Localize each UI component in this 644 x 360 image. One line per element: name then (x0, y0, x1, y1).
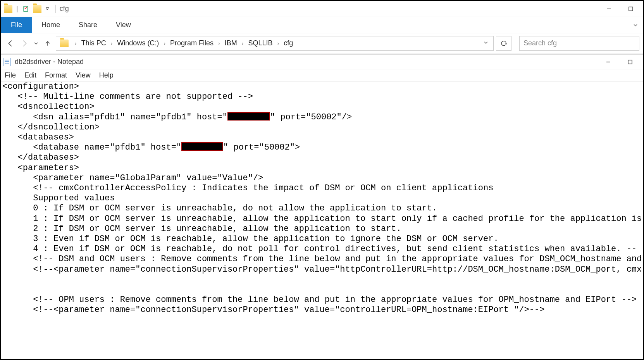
chevron-right-icon[interactable]: › (73, 40, 78, 47)
text-line: Supported values (2, 193, 115, 203)
svg-rect-2 (629, 7, 633, 11)
notepad-maximize-button[interactable] (619, 54, 641, 70)
text-line: <!--<parameter name="connectionSuperviso… (2, 305, 544, 315)
ribbon-tab-home[interactable]: Home (32, 17, 69, 33)
folder-icon (4, 5, 12, 13)
chevron-right-icon[interactable]: › (276, 40, 281, 47)
qat-dropdown-icon[interactable] (45, 7, 49, 11)
notepad-titlebar: db2dsdriver - Notepad (1, 55, 643, 69)
forward-button[interactable] (19, 38, 30, 49)
breadcrumb-drive[interactable]: Windows (C:) (115, 39, 160, 47)
text-line: <!-- cmxControllerAccessPolicy : Indicat… (2, 183, 493, 193)
notepad-window: db2dsdriver - Notepad File Edit Format V… (1, 54, 643, 315)
address-dropdown-icon[interactable] (481, 40, 491, 47)
search-input[interactable] (523, 39, 635, 47)
back-button[interactable] (5, 38, 16, 49)
text-line: </dsncollection> (2, 122, 100, 132)
address-folder-icon (60, 40, 69, 47)
ribbon-tabs: File Home Share View (1, 17, 643, 33)
chevron-right-icon[interactable]: › (162, 40, 167, 47)
text-line: <configuration> (2, 82, 79, 91)
search-box[interactable] (519, 36, 639, 51)
notepad-menu-format[interactable]: Format (45, 71, 67, 79)
notepad-menu-help[interactable]: Help (99, 71, 114, 79)
text-line: <!-- Multi-line comments are not support… (2, 92, 253, 102)
breadcrumb-sqllib[interactable]: SQLLIB (246, 39, 274, 47)
ribbon-tab-file[interactable]: File (1, 17, 32, 33)
text-line: <!-- DSM and OCM users : Remove comments… (2, 254, 642, 264)
chevron-right-icon[interactable]: › (109, 40, 114, 47)
text-line: 2 : If DSM or OCM server is unreachable,… (2, 224, 401, 234)
text-line: <!-- OPM users : Remove comments from th… (2, 295, 637, 305)
text-line: <database name="pfdb1" host=" (2, 143, 181, 152)
text-line: " port="50002"/> (270, 112, 352, 122)
text-line: " port="50002"> (223, 143, 300, 152)
recent-locations-dropdown[interactable] (33, 38, 40, 49)
breadcrumb-ibm[interactable]: IBM (223, 39, 239, 47)
notepad-icon (3, 58, 11, 66)
text-line: 4 : Even if DSM or OCM is reachable, do … (2, 244, 637, 254)
window-title: cfg (60, 5, 69, 13)
text-line: <parameter name="GlobalParam" value="Val… (2, 173, 263, 183)
text-line: <databases> (2, 133, 74, 142)
text-line: 1 : If DSM or OCM server is unreachable,… (2, 214, 642, 224)
qat-separator: | (16, 5, 18, 13)
properties-icon[interactable] (22, 5, 30, 13)
text-line: </databases> (2, 153, 79, 162)
notepad-title: db2dsdriver - Notepad (15, 58, 84, 66)
chevron-right-icon[interactable]: › (217, 40, 222, 47)
refresh-button[interactable] (496, 36, 511, 51)
title-separator (55, 5, 56, 13)
svg-rect-4 (628, 60, 632, 64)
notepad-menu-file[interactable]: File (5, 71, 16, 79)
text-line: <parameters> (2, 163, 79, 173)
ribbon-tab-view[interactable]: View (107, 17, 140, 33)
address-bar[interactable]: › This PC › Windows (C:) › Program Files… (56, 36, 494, 51)
text-line: 0 : If DSM or OCM server is unreachable,… (2, 203, 437, 213)
ribbon-expand-icon[interactable] (628, 17, 643, 33)
ribbon-tab-share[interactable]: Share (69, 17, 107, 33)
up-button[interactable] (42, 38, 53, 49)
notepad-menu-view[interactable]: View (76, 71, 91, 79)
text-line: <dsn alias="pfdb1" name="pfdb1" host=" (2, 112, 227, 122)
redacted-host (227, 112, 270, 121)
breadcrumb-program-files[interactable]: Program Files (169, 39, 215, 47)
redacted-host (181, 142, 223, 151)
breadcrumb-this-pc[interactable]: This PC (80, 39, 108, 47)
notepad-minimize-button[interactable] (598, 54, 619, 70)
text-line: <!--<parameter name="connectionSuperviso… (2, 265, 642, 274)
minimize-button[interactable] (598, 1, 620, 17)
navigation-bar: › This PC › Windows (C:) › Program Files… (1, 33, 643, 53)
text-line: 3 : Even if DSM or OCM is reachable, all… (2, 234, 499, 244)
maximize-button[interactable] (620, 1, 642, 17)
notepad-text-area[interactable]: <configuration> <!-- Multi-line comments… (1, 82, 643, 315)
text-line: <dsncollection> (2, 102, 95, 112)
notepad-menu-edit[interactable]: Edit (24, 71, 36, 79)
breadcrumb-cfg[interactable]: cfg (282, 39, 294, 47)
notepad-menubar: File Edit Format View Help (1, 69, 643, 82)
chevron-right-icon[interactable]: › (240, 40, 245, 47)
new-folder-icon[interactable] (33, 5, 41, 13)
explorer-titlebar: | cfg (1, 1, 643, 17)
